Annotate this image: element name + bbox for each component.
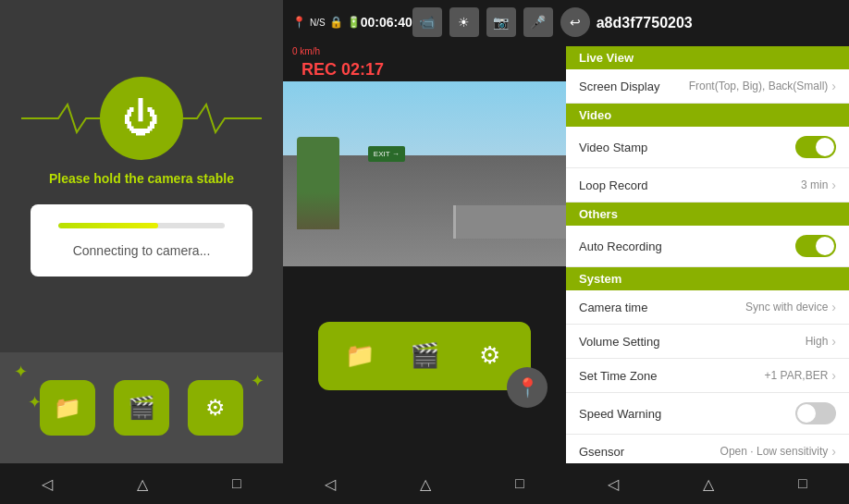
gsensor-chevron: › [831,444,836,459]
loop-record-chevron: › [831,178,836,192]
camera-time-value: Sync with device › [745,300,836,314]
gsensor-label: Gsensor [579,445,624,459]
microphone-button[interactable]: 🎤 [523,7,553,37]
action-files-button[interactable]: 📁 [337,333,383,379]
speed-warning-label: Speed Warning [579,407,661,421]
header-icons-area: 📹 ☀ 📷 🎤 ↩ [412,7,590,37]
panel1-recent-button[interactable]: □ [232,475,241,492]
section-system: System [566,267,849,290]
camera-icon-container: ⏻ [91,77,192,160]
spark-decoration-1: ✦ [14,362,28,382]
settings-content: Live View Screen Display Front(Top, Big)… [566,46,849,463]
video-stamp-toggle[interactable] [795,136,836,158]
screen-display-value: Front(Top, Big), Back(Small) › [689,79,836,93]
action-gear-icon: ⚙ [479,341,500,370]
panel1-top-area: ⏻ Please hold the camera stable Connecti… [0,0,283,352]
setting-speed-warning[interactable]: Speed Warning [566,393,849,435]
gsensor-value: Open · Low sensitivity › [720,444,836,459]
ns-label: N/S [310,18,326,28]
location-button[interactable]: 📍 [507,367,548,408]
setting-volume[interactable]: Volume Setting High › [566,325,849,359]
panel-connecting: ⏻ Please hold the camera stable Connecti… [0,0,283,504]
panel2-recent-button[interactable]: □ [515,475,524,492]
refresh-icon: ↩ [570,15,581,30]
time-display: 00:06:40 [361,15,412,30]
panel3-header: ‹ a8d3f7750203 [566,0,849,46]
loop-record-label: Loop Record [579,178,647,192]
video-stamp-label: Video Stamp [579,141,647,154]
panel2-header: 📍 N/S 🔒 🔋 00:06:40 📹 ☀ 📷 🎤 ↩ [283,0,566,44]
settings-button[interactable]: ⚙ [188,380,243,436]
setting-gsensor[interactable]: Gsensor Open · Low sensitivity › [566,435,849,463]
files-button[interactable]: 📁 [40,380,95,436]
panel2-back-button[interactable]: ◁ [325,475,336,493]
section-live-view: Live View [566,46,849,69]
volume-label: Volume Setting [579,335,659,349]
panel-live-view: 📍 N/S 🔒 🔋 00:06:40 📹 ☀ 📷 🎤 ↩ 0 km/h [283,0,566,504]
gear-icon: ⚙ [205,395,226,421]
brightness-icon: ☀ [458,15,470,30]
action-settings-button[interactable]: ⚙ [466,333,512,379]
panel3-home-button[interactable]: △ [703,475,714,493]
action-folder-icon: 📁 [345,341,375,370]
timezone-value: +1 PAR,BER › [765,368,836,383]
rec-timer: REC 02:17 [292,56,393,82]
guardrail [453,205,566,239]
battery-icon: 🔋 [347,16,361,29]
action-video-button[interactable]: 🎬 [401,333,448,379]
video-icon: 🎬 [128,395,155,421]
progress-bar-fill [58,223,158,228]
video-mode-button[interactable]: 📹 [412,7,442,37]
setting-timezone[interactable]: Set Time Zone +1 PAR,BER › [566,359,849,393]
timezone-chevron: › [831,368,836,383]
video-button[interactable]: 🎬 [114,380,169,436]
setting-camera-time[interactable]: Camera time Sync with device › [566,290,849,325]
setting-loop-record[interactable]: Loop Record 3 min › [566,168,849,203]
setting-video-stamp[interactable]: Video Stamp [566,127,849,168]
panel1-home-button[interactable]: △ [137,475,148,493]
brightness-button[interactable]: ☀ [449,7,479,37]
camera-switch-button[interactable]: 📷 [486,7,516,37]
tree-left [297,137,339,229]
action-toolbar: 📁 🎬 ⚙ [318,322,531,390]
rec-timer-area: REC 02:17 [283,58,566,81]
auto-recording-label: Auto Recording [579,240,662,253]
camera-switch-icon: 📷 [493,15,509,30]
camera-time-chevron: › [831,300,836,314]
device-id-text: a8d3f7750203 [597,15,693,31]
connecting-box: Connecting to camera... [31,204,252,277]
auto-recording-toggle[interactable] [795,235,836,257]
refresh-button[interactable]: ↩ [560,7,590,37]
panel2-bottom-area: 📁 🎬 ⚙ 📍 [283,266,566,463]
panel1-nav-bar: ◁ △ □ [0,463,283,504]
setting-screen-display[interactable]: Screen Display Front(Top, Big), Back(Sma… [566,69,849,104]
location-icon: 📍 [516,376,539,399]
loop-record-value: 3 min › [801,178,836,192]
panel1-bottom-toolbar: ✦ ✦ ✦ 📁 🎬 ⚙ [0,352,283,463]
spark-decoration-3: ✦ [28,392,42,412]
section-video: Video [566,104,849,127]
camera-view-area: EXIT → [283,81,566,266]
progress-bar-container [58,223,225,228]
panel2-home-button[interactable]: △ [420,475,431,493]
panel3-nav-bar: ◁ △ □ [566,463,849,504]
header-status-area: 📍 N/S 🔒 🔋 [292,16,361,29]
camera-time-label: Camera time [579,301,647,314]
panel1-back-button[interactable]: ◁ [42,475,53,493]
panel2-nav-bar: ◁ △ □ [283,463,566,504]
video-mode-icon: 📹 [419,15,435,30]
action-video-icon: 🎬 [410,341,439,370]
camera-power-circle[interactable]: ⏻ [100,77,183,160]
setting-auto-recording[interactable]: Auto Recording [566,226,849,267]
section-others: Others [566,203,849,226]
screen-display-chevron: › [831,79,836,93]
power-icon: ⏻ [123,97,160,139]
road-sign: EXIT → [368,146,405,162]
speed-warning-toggle[interactable] [795,402,836,424]
lock-icon: 🔒 [329,16,343,29]
screen-display-label: Screen Display [579,80,659,93]
panel3-back-button[interactable]: ◁ [608,475,619,493]
gps-icon: 📍 [292,16,306,29]
volume-value: High › [806,334,836,349]
panel3-recent-button[interactable]: □ [798,475,807,492]
